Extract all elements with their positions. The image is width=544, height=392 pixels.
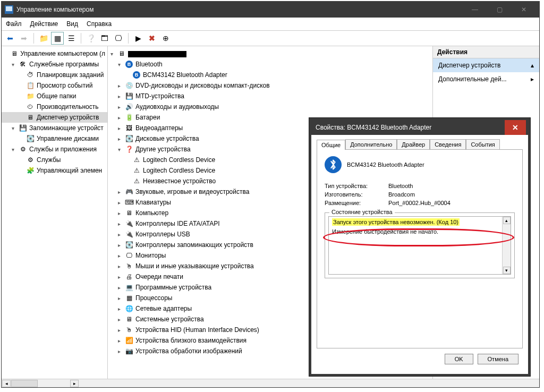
- tab-driver[interactable]: Драйвер: [397, 139, 430, 149]
- tab-events[interactable]: События: [466, 139, 499, 149]
- tree-node[interactable]: ⚙Службы: [2, 155, 107, 165]
- forward-button[interactable]: ➡: [18, 32, 30, 45]
- expand-icon[interactable]: ▸: [115, 327, 123, 333]
- remove-icon[interactable]: ✖: [146, 32, 158, 45]
- dialog-close-button[interactable]: ✕: [505, 120, 526, 135]
- expand-icon[interactable]: ▸: [115, 232, 123, 237]
- node-label: Видеоадаптеры: [135, 124, 183, 132]
- node-label: [128, 50, 186, 57]
- node-icon: ▦: [125, 294, 133, 302]
- node-label: Службы: [37, 156, 61, 164]
- expand-icon[interactable]: ▾: [9, 147, 16, 152]
- tree-node[interactable]: 📁Общие папки: [2, 91, 107, 101]
- ok-button[interactable]: OK: [445, 354, 473, 364]
- add-icon[interactable]: ⊕: [159, 32, 172, 45]
- tree-node[interactable]: ▾🖥: [108, 48, 432, 59]
- expand-icon[interactable]: ▾: [115, 62, 123, 67]
- tree-node[interactable]: ▾BBluetooth: [108, 59, 432, 70]
- expand-icon[interactable]: ▾: [9, 125, 16, 131]
- node-icon: 🛠: [19, 60, 27, 69]
- node-icon: 📶: [125, 336, 133, 345]
- monitor-icon[interactable]: 🖵: [112, 32, 125, 45]
- scroll-down-icon[interactable]: ▾: [503, 267, 511, 274]
- minimize-button[interactable]: —: [463, 2, 487, 18]
- left-tree[interactable]: 🖥Управление компьютером (л▾🛠Служебные пр…: [2, 46, 107, 178]
- expand-icon[interactable]: ▸: [115, 274, 123, 280]
- cancel-button[interactable]: Отмена: [478, 354, 518, 364]
- expand-icon[interactable]: ▸: [115, 136, 123, 142]
- status-scrollbar[interactable]: ▴ ▾: [502, 217, 511, 274]
- tree-node[interactable]: 🖥Управление компьютером (л: [2, 48, 107, 59]
- menu-action[interactable]: Действие: [30, 20, 58, 28]
- expand-icon[interactable]: ▸: [115, 200, 123, 206]
- back-button[interactable]: ⬅: [4, 32, 16, 45]
- scroll-left-icon[interactable]: ◂: [2, 380, 11, 387]
- node-label: BCM43142 Bluetooth Adapter: [143, 71, 227, 79]
- expand-icon[interactable]: ▸: [115, 306, 123, 312]
- scroll-right-icon[interactable]: ▸: [70, 380, 79, 387]
- node-icon: 🖥: [117, 49, 126, 58]
- expand-icon[interactable]: ▸: [115, 210, 123, 216]
- actions-row-more[interactable]: Дополнительные дей... ▸: [433, 72, 539, 86]
- tree-node[interactable]: ▸💿DVD-дисководы и дисководы компакт-диск…: [108, 80, 432, 91]
- expand-icon[interactable]: ▸: [115, 221, 123, 227]
- node-label: Очереди печати: [135, 273, 183, 280]
- list-icon[interactable]: ☰: [65, 32, 78, 45]
- help-icon[interactable]: ❔: [84, 32, 97, 45]
- actions-row-devicemgr[interactable]: Диспетчер устройств ▴: [433, 58, 539, 72]
- prop-type-value: Bluetooth: [388, 183, 413, 189]
- tree-node[interactable]: ▸💾MTD-устройства: [108, 91, 432, 101]
- expand-icon[interactable]: ▸: [115, 104, 123, 110]
- tab-more[interactable]: Дополнительно: [345, 139, 397, 149]
- tab-details[interactable]: Сведения: [430, 139, 466, 149]
- menubar: Файл Действие Вид Справка: [2, 18, 539, 30]
- expand-icon[interactable]: ▸: [115, 285, 123, 291]
- horizontal-scrollbar[interactable]: ◂ ▸: [2, 379, 539, 387]
- expand-icon[interactable]: ▾: [108, 51, 115, 57]
- expand-icon[interactable]: ▾: [115, 147, 123, 152]
- expand-icon[interactable]: ▸: [115, 338, 123, 344]
- folder-icon[interactable]: 📁: [37, 32, 50, 45]
- expand-icon[interactable]: ▸: [115, 242, 123, 248]
- expand-icon[interactable]: ▸: [115, 317, 123, 322]
- expand-icon[interactable]: ▸: [115, 83, 123, 89]
- expand-icon[interactable]: ▸: [115, 189, 123, 195]
- expand-icon[interactable]: ▸: [115, 263, 123, 269]
- tree-node[interactable]: 💽Управление дисками: [2, 133, 107, 144]
- window-icon[interactable]: 🗔: [98, 32, 111, 45]
- tree-node[interactable]: ▸🔊Аудиовходы и аудиовыходы: [108, 101, 432, 112]
- expand-icon[interactable]: ▾: [9, 62, 16, 67]
- menu-file[interactable]: Файл: [6, 20, 22, 28]
- expand-icon[interactable]: ▸: [115, 295, 123, 301]
- tree-node[interactable]: ⏱Планировщик заданий: [2, 70, 107, 80]
- close-button[interactable]: ✕: [512, 2, 536, 18]
- tab-general[interactable]: Общие: [317, 140, 345, 150]
- node-icon: 🎮: [125, 188, 133, 196]
- node-icon: 💾: [125, 92, 133, 100]
- tree-node[interactable]: 🧩Управляющий элемен: [2, 165, 107, 176]
- expand-icon[interactable]: ▸: [115, 348, 123, 354]
- tree-node[interactable]: ▾🛠Служебные программы: [2, 59, 107, 70]
- scroll-thumb[interactable]: [11, 380, 38, 387]
- scan-icon[interactable]: ▶: [132, 32, 144, 45]
- node-icon: B: [132, 71, 141, 79]
- node-icon: 🖨: [125, 272, 133, 281]
- expand-icon[interactable]: ▸: [115, 93, 123, 99]
- tree-node[interactable]: BBCM43142 Bluetooth Adapter: [108, 70, 432, 80]
- expand-icon[interactable]: ▸: [115, 115, 123, 121]
- tree-node[interactable]: ⏲Производительность: [2, 101, 107, 112]
- expand-icon[interactable]: ▸: [115, 125, 123, 131]
- menu-help[interactable]: Справка: [87, 20, 112, 28]
- tree-node[interactable]: ▾⚙Службы и приложения: [2, 144, 107, 155]
- menu-view[interactable]: Вид: [66, 20, 78, 28]
- expand-icon[interactable]: ▸: [115, 253, 123, 259]
- tree-node[interactable]: ▾💾Запоминающие устройст: [2, 123, 107, 133]
- chevron-right-icon: ▸: [531, 75, 534, 83]
- tree-node[interactable]: 🖥Диспетчер устройств: [2, 112, 107, 123]
- view-icon[interactable]: ▦: [51, 32, 64, 45]
- status-textbox[interactable]: Запуск этого устройства невозможен. (Код…: [328, 216, 511, 275]
- scroll-up-icon[interactable]: ▴: [503, 217, 511, 224]
- node-icon: 💽: [125, 134, 133, 143]
- tree-node[interactable]: 📋Просмотр событий: [2, 80, 107, 91]
- maximize-button[interactable]: ▢: [487, 2, 512, 18]
